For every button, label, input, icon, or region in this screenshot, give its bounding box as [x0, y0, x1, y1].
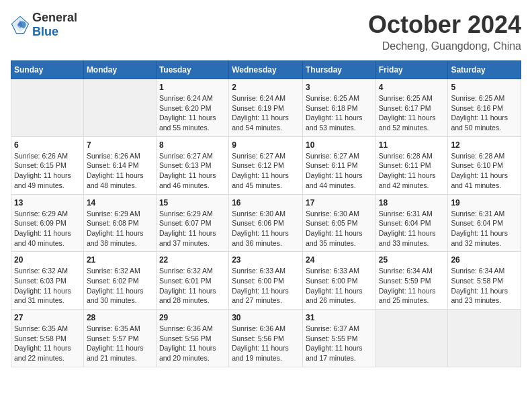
day-number: 9 — [232, 140, 300, 150]
day-info: Sunrise: 6:36 AMSunset: 5:56 PMDaylight:… — [232, 324, 300, 363]
calendar-cell — [83, 79, 156, 137]
location-title: Decheng, Guangdong, China — [368, 40, 521, 52]
calendar-cell — [11, 79, 84, 137]
day-number: 14 — [87, 198, 153, 208]
calendar-cell: 6Sunrise: 6:26 AMSunset: 6:15 PMDaylight… — [11, 136, 84, 194]
day-number: 27 — [14, 313, 81, 322]
day-number: 4 — [379, 83, 445, 92]
day-info: Sunrise: 6:31 AMSunset: 6:04 PMDaylight:… — [451, 209, 518, 248]
day-number: 6 — [14, 140, 81, 150]
calendar-cell: 8Sunrise: 6:27 AMSunset: 6:13 PMDaylight… — [156, 136, 228, 194]
calendar-table: SundayMondayTuesdayWednesdayThursdayFrid… — [11, 60, 521, 367]
calendar-cell: 26Sunrise: 6:34 AMSunset: 5:58 PMDayligh… — [448, 252, 521, 310]
calendar-cell: 10Sunrise: 6:27 AMSunset: 6:11 PMDayligh… — [302, 136, 375, 194]
day-info: Sunrise: 6:35 AMSunset: 5:57 PMDaylight:… — [87, 324, 153, 363]
col-header-thursday: Thursday — [302, 61, 375, 79]
calendar-cell: 28Sunrise: 6:35 AMSunset: 5:57 PMDayligh… — [83, 310, 156, 367]
logo: General Blue — [11, 11, 77, 39]
day-number: 19 — [451, 198, 518, 208]
day-info: Sunrise: 6:31 AMSunset: 6:04 PMDaylight:… — [379, 209, 445, 248]
day-number: 12 — [451, 140, 518, 150]
calendar-cell: 29Sunrise: 6:36 AMSunset: 5:56 PMDayligh… — [156, 310, 228, 367]
calendar-cell: 1Sunrise: 6:24 AMSunset: 6:20 PMDaylight… — [156, 79, 228, 137]
calendar-cell — [375, 310, 448, 367]
col-header-saturday: Saturday — [448, 61, 521, 79]
logo-general-text: General — [32, 11, 77, 24]
calendar-week-2: 6Sunrise: 6:26 AMSunset: 6:15 PMDaylight… — [11, 136, 521, 194]
month-title: October 2024 — [368, 11, 521, 39]
logo-blue-text: Blue — [32, 25, 58, 38]
day-number: 13 — [14, 198, 81, 208]
day-info: Sunrise: 6:34 AMSunset: 5:59 PMDaylight:… — [379, 266, 445, 306]
day-info: Sunrise: 6:29 AMSunset: 6:09 PMDaylight:… — [14, 209, 81, 248]
day-info: Sunrise: 6:27 AMSunset: 6:12 PMDaylight:… — [232, 151, 300, 191]
day-info: Sunrise: 6:32 AMSunset: 6:01 PMDaylight:… — [159, 266, 226, 306]
calendar-cell: 23Sunrise: 6:33 AMSunset: 6:00 PMDayligh… — [229, 252, 303, 310]
day-number: 16 — [232, 198, 300, 208]
day-info: Sunrise: 6:25 AMSunset: 6:16 PMDaylight:… — [451, 93, 518, 133]
day-info: Sunrise: 6:29 AMSunset: 6:07 PMDaylight:… — [159, 209, 226, 248]
day-number: 18 — [379, 198, 445, 208]
day-number: 20 — [14, 255, 81, 265]
day-number: 5 — [451, 83, 518, 92]
day-info: Sunrise: 6:27 AMSunset: 6:11 PMDaylight:… — [306, 151, 373, 191]
day-info: Sunrise: 6:25 AMSunset: 6:18 PMDaylight:… — [306, 93, 373, 133]
day-number: 30 — [232, 313, 300, 322]
logo-text-block: General Blue — [32, 11, 77, 39]
calendar-cell: 30Sunrise: 6:36 AMSunset: 5:56 PMDayligh… — [229, 310, 303, 367]
calendar-cell: 27Sunrise: 6:35 AMSunset: 5:58 PMDayligh… — [11, 310, 84, 367]
calendar-cell: 13Sunrise: 6:29 AMSunset: 6:09 PMDayligh… — [11, 194, 84, 252]
day-number: 24 — [306, 255, 373, 265]
day-info: Sunrise: 6:33 AMSunset: 6:00 PMDaylight:… — [232, 266, 300, 306]
calendar-cell: 11Sunrise: 6:28 AMSunset: 6:11 PMDayligh… — [375, 136, 448, 194]
day-number: 22 — [159, 255, 226, 265]
day-info: Sunrise: 6:28 AMSunset: 6:10 PMDaylight:… — [451, 151, 518, 191]
calendar-cell: 15Sunrise: 6:29 AMSunset: 6:07 PMDayligh… — [156, 194, 228, 252]
calendar-cell: 4Sunrise: 6:25 AMSunset: 6:17 PMDaylight… — [375, 79, 448, 137]
calendar-cell: 17Sunrise: 6:30 AMSunset: 6:05 PMDayligh… — [302, 194, 375, 252]
col-header-monday: Monday — [83, 61, 156, 79]
logo-icon — [11, 15, 30, 34]
day-number: 17 — [306, 198, 373, 208]
day-number: 26 — [451, 255, 518, 265]
calendar-week-3: 13Sunrise: 6:29 AMSunset: 6:09 PMDayligh… — [11, 194, 521, 252]
calendar-week-4: 20Sunrise: 6:32 AMSunset: 6:03 PMDayligh… — [11, 252, 521, 310]
day-info: Sunrise: 6:29 AMSunset: 6:08 PMDaylight:… — [87, 209, 153, 248]
day-info: Sunrise: 6:32 AMSunset: 6:03 PMDaylight:… — [14, 266, 81, 306]
day-number: 21 — [87, 255, 153, 265]
calendar-cell — [448, 310, 521, 367]
calendar-cell: 16Sunrise: 6:30 AMSunset: 6:06 PMDayligh… — [229, 194, 303, 252]
day-number: 10 — [306, 140, 373, 150]
page-header: General Blue October 2024 Decheng, Guang… — [11, 11, 521, 52]
day-info: Sunrise: 6:28 AMSunset: 6:11 PMDaylight:… — [379, 151, 445, 191]
day-number: 29 — [159, 313, 226, 322]
calendar-cell: 20Sunrise: 6:32 AMSunset: 6:03 PMDayligh… — [11, 252, 84, 310]
calendar-cell: 31Sunrise: 6:37 AMSunset: 5:55 PMDayligh… — [302, 310, 375, 367]
calendar-header-row: SundayMondayTuesdayWednesdayThursdayFrid… — [11, 61, 521, 79]
day-number: 28 — [87, 313, 153, 322]
day-number: 7 — [87, 140, 153, 150]
day-info: Sunrise: 6:30 AMSunset: 6:06 PMDaylight:… — [232, 209, 300, 248]
day-number: 11 — [379, 140, 445, 150]
day-number: 23 — [232, 255, 300, 265]
day-info: Sunrise: 6:35 AMSunset: 5:58 PMDaylight:… — [14, 324, 81, 363]
col-header-tuesday: Tuesday — [156, 61, 228, 79]
calendar-cell: 2Sunrise: 6:24 AMSunset: 6:19 PMDaylight… — [229, 79, 303, 137]
day-number: 31 — [306, 313, 373, 322]
calendar-cell: 22Sunrise: 6:32 AMSunset: 6:01 PMDayligh… — [156, 252, 228, 310]
calendar-week-1: 1Sunrise: 6:24 AMSunset: 6:20 PMDaylight… — [11, 79, 521, 137]
calendar-week-5: 27Sunrise: 6:35 AMSunset: 5:58 PMDayligh… — [11, 310, 521, 367]
day-number: 2 — [232, 83, 300, 92]
day-info: Sunrise: 6:26 AMSunset: 6:15 PMDaylight:… — [14, 151, 81, 191]
day-info: Sunrise: 6:34 AMSunset: 5:58 PMDaylight:… — [451, 266, 518, 306]
calendar-cell: 19Sunrise: 6:31 AMSunset: 6:04 PMDayligh… — [448, 194, 521, 252]
day-info: Sunrise: 6:26 AMSunset: 6:14 PMDaylight:… — [87, 151, 153, 191]
day-number: 25 — [379, 255, 445, 265]
col-header-wednesday: Wednesday — [229, 61, 303, 79]
title-block: October 2024 Decheng, Guangdong, China — [368, 11, 521, 52]
day-info: Sunrise: 6:32 AMSunset: 6:02 PMDaylight:… — [87, 266, 153, 306]
day-number: 8 — [159, 140, 226, 150]
day-number: 15 — [159, 198, 226, 208]
calendar-cell: 18Sunrise: 6:31 AMSunset: 6:04 PMDayligh… — [375, 194, 448, 252]
day-info: Sunrise: 6:27 AMSunset: 6:13 PMDaylight:… — [159, 151, 226, 191]
